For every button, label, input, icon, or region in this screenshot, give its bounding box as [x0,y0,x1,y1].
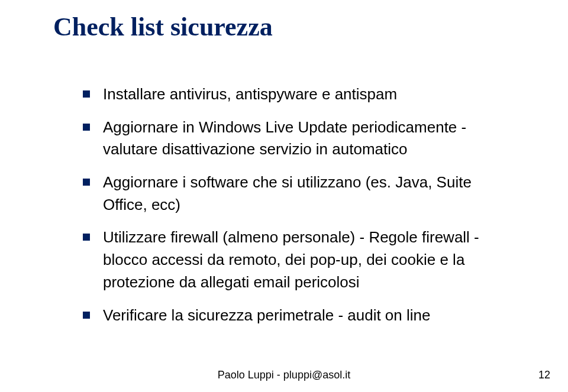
list-item: Aggiornare in Windows Live Update period… [83,116,515,161]
list-item: Verificare la sicurezza perimetrale - au… [83,304,515,327]
page-number: 12 [538,369,550,381]
list-item: Utilizzare firewall (almeno personale) -… [83,226,515,293]
bullet-icon [83,90,90,98]
slide-title: Check list sicurezza [53,12,515,42]
bullet-text: Aggiornare i software che si utilizzano … [103,171,515,216]
list-item: Aggiornare i software che si utilizzano … [83,171,515,216]
list-item: Installare antivirus, antispyware e anti… [83,83,515,106]
bullet-icon [83,312,90,319]
bullet-icon [83,124,90,131]
slide-container: Check list sicurezza Installare antiviru… [0,0,568,392]
bullet-text: Installare antivirus, antispyware e anti… [103,83,515,106]
bullet-list: Installare antivirus, antispyware e anti… [53,83,515,326]
bullet-icon [83,179,90,186]
bullet-text: Utilizzare firewall (almeno personale) -… [103,226,515,293]
slide-footer: Paolo Luppi - pluppi@asol.it [0,369,568,381]
bullet-text: Verificare la sicurezza perimetrale - au… [103,304,515,327]
bullet-text: Aggiornare in Windows Live Update period… [103,116,515,161]
bullet-icon [83,234,90,241]
